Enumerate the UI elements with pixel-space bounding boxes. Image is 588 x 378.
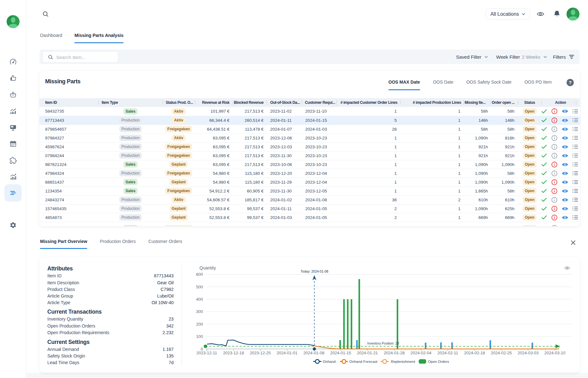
svg-text:200: 200 [196,322,203,327]
svg-text:Inventory Position: 23: Inventory Position: 23 [367,341,399,345]
svg-text:100: 100 [196,334,203,339]
svg-text:2024-02-04: 2024-02-04 [411,351,432,355]
svg-text:2024-02-25: 2024-02-25 [491,351,512,355]
svg-text:Onhand: Onhand [323,360,336,363]
svg-text:2023-12-25: 2023-12-25 [250,351,271,355]
svg-text:300: 300 [196,309,203,314]
svg-text:2024-01-01: 2024-01-01 [276,351,298,355]
svg-text:Replenishment: Replenishment [391,360,415,363]
svg-text:Quantity: Quantity [199,265,216,270]
svg-text:Today: 2024-01-08: Today: 2024-01-08 [301,269,329,273]
svg-text:2024-03-03: 2024-03-03 [518,351,539,355]
svg-text:2024-01-15: 2024-01-15 [330,351,351,355]
svg-text:500: 500 [196,285,203,289]
svg-text:2024-03-10: 2024-03-10 [544,351,566,355]
svg-text:2024-02-11: 2024-02-11 [437,351,458,355]
svg-text:2023-12-11: 2023-12-11 [196,351,217,355]
svg-text:Open Orders: Open Orders [428,360,449,363]
svg-text:600: 600 [196,272,203,277]
svg-text:Onhand Forecast: Onhand Forecast [349,360,378,363]
svg-text:400: 400 [196,297,203,302]
svg-text:2023-12-18: 2023-12-18 [223,351,244,355]
svg-text:2024-02-18: 2024-02-18 [464,351,485,355]
svg-text:2024-01-21: 2024-01-21 [357,351,378,355]
svg-text:2024-01-28: 2024-01-28 [384,351,405,355]
svg-text:2024-01-08: 2024-01-08 [303,351,324,355]
